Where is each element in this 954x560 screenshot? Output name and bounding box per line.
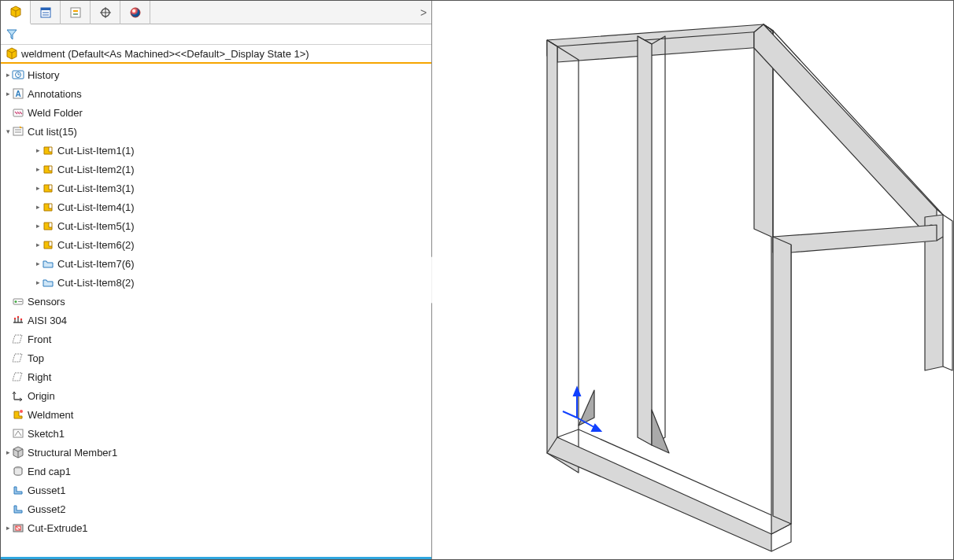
tree-item[interactable]: ▸Cut-List-Item6(2) [1,235,431,254]
endcap-icon [12,465,24,477]
tree-item-label: Origin [24,390,55,402]
tree-item[interactable]: ▸Gusset1 [1,481,431,499]
svg-line-34 [563,411,577,418]
expand-arrow-icon[interactable]: ▾ [4,127,12,135]
cutitem-icon [42,182,54,194]
properties-icon [39,6,52,19]
expand-arrow-icon[interactable]: ▸ [34,146,42,154]
tree-item-label: Weld Folder [24,107,83,119]
cutitem-icon [42,163,54,175]
tab-overflow-button[interactable]: > [416,6,431,19]
sketch-icon [12,427,24,440]
expand-arrow-icon[interactable]: ▸ [34,184,42,192]
cutitem-icon [42,201,54,213]
material-icon [12,314,24,326]
tree-item-label: Cut-Extrude1 [24,522,88,534]
graphics-viewport[interactable] [432,1,953,559]
tree-item-label: History [24,69,59,81]
config-icon [69,6,82,19]
tree-item[interactable]: ▸Weldment [1,405,431,424]
tree-item-label: Gusset2 [24,503,65,515]
tree-item-label: Cut-List-Item7(6) [54,258,135,270]
tree-item[interactable]: ▸Top [1,348,431,367]
tree-item[interactable]: ▸End cap1 [1,462,431,481]
tree-item[interactable]: ▸Weld Folder [1,103,431,122]
gusset-icon [12,503,24,515]
annotations-icon [12,87,24,100]
expand-arrow-icon[interactable]: ▸ [4,524,12,532]
tree-item-label: Cut-List-Item8(2) [54,277,135,289]
expand-arrow-icon[interactable]: ▸ [4,448,12,456]
tree-item[interactable]: ▸History [1,65,431,84]
cutitem-icon [42,219,54,232]
expand-arrow-icon[interactable]: ▸ [34,241,42,249]
tree-item-label: Cut-List-Item5(1) [54,220,135,232]
plane-icon [12,333,24,345]
tree-item[interactable]: ▸Sensors [1,292,431,311]
cutitem-icon [42,238,54,251]
weld-folder-icon [12,106,24,119]
tree-item-label: Gusset1 [24,484,65,496]
tree-item[interactable]: ▸Cut-List-Item7(6) [1,254,431,273]
expand-arrow-icon[interactable]: ▸ [34,165,42,173]
expand-arrow-icon[interactable]: ▸ [34,278,42,286]
target-icon [99,6,112,19]
timeline-bar [1,557,431,559]
filter-bar[interactable] [1,24,431,45]
expand-arrow-icon[interactable]: ▸ [4,90,12,98]
tree-item-label: Sketch1 [24,428,65,440]
tree-item[interactable]: ▸Cut-List-Item2(1) [1,160,431,179]
cutitem-icon [42,144,54,157]
expand-arrow-icon[interactable]: ▸ [34,260,42,267]
appearance-icon [129,6,142,19]
tree-item[interactable]: ▸Front [1,330,431,348]
tree-item[interactable]: ▸Cut-List-Item4(1) [1,197,431,216]
gusset-icon [12,484,24,496]
tree-item[interactable]: ▸Origin [1,386,431,405]
tree-item-label: Weldment [24,409,73,421]
tree-item-label: Cut-List-Item3(1) [54,182,135,194]
plane-icon [12,370,24,383]
tab-display-manager[interactable] [120,1,150,24]
tab-property-manager[interactable] [31,1,61,24]
model-render [432,1,953,559]
part-icon [6,47,18,60]
tree-item[interactable]: ▸Sketch1 [1,424,431,443]
tree-item-label: Cut list(15) [24,126,77,138]
tree-item[interactable]: ▸AISI 304 [1,311,431,330]
tree-item[interactable]: ▸Annotations [1,84,431,103]
tree-item-label: Cut-List-Item6(2) [54,239,135,251]
tree-item-label: Sensors [24,296,65,308]
tree-item-label: Front [24,333,51,345]
filter-icon [6,28,18,41]
tab-feature-manager[interactable] [1,1,31,24]
root-label: weldment (Default<As Machined><<Default>… [21,48,309,60]
panel-tabstrip: > [1,1,431,24]
feature-tree[interactable]: ▸History▸Annotations▸Weld Folder▾Cut lis… [1,64,431,555]
history-icon [12,68,24,81]
tree-item[interactable]: ▸Structural Member1 [1,443,431,462]
tree-item-label: End cap1 [24,466,71,477]
weldment-icon [12,408,24,421]
tree-item-label: Annotations [24,88,82,100]
expand-arrow-icon[interactable]: ▸ [34,222,42,230]
tree-root[interactable]: weldment (Default<As Machined><<Default>… [1,45,431,64]
plane-icon [12,352,24,364]
expand-arrow-icon[interactable]: ▸ [4,71,12,79]
tree-item-label: Structural Member1 [24,447,117,459]
tree-item[interactable]: ▸Gusset2 [1,499,431,518]
tree-item-label: AISI 304 [24,315,67,326]
tree-item[interactable]: ▾Cut list(15) [1,122,431,141]
tree-item[interactable]: ▸Cut-List-Item3(1) [1,179,431,197]
cutlist-icon [12,125,24,138]
sensors-icon [12,295,24,308]
tree-item[interactable]: ▸Cut-List-Item1(1) [1,141,431,160]
tab-dimxpert-manager[interactable] [91,1,120,24]
tree-item[interactable]: ▸Cut-List-Item8(2) [1,273,431,292]
expand-arrow-icon[interactable]: ▸ [34,203,42,211]
tab-configuration-manager[interactable] [61,1,91,24]
tree-item[interactable]: ▸Right [1,367,431,386]
tree-item-label: Top [24,352,44,364]
tree-item[interactable]: ▸Cut-Extrude1 [1,518,431,537]
tree-item[interactable]: ▸Cut-List-Item5(1) [1,216,431,235]
